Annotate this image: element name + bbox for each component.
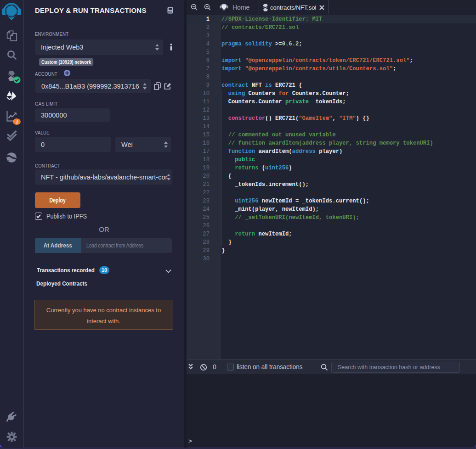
svg-text:1: 1 <box>16 119 18 124</box>
